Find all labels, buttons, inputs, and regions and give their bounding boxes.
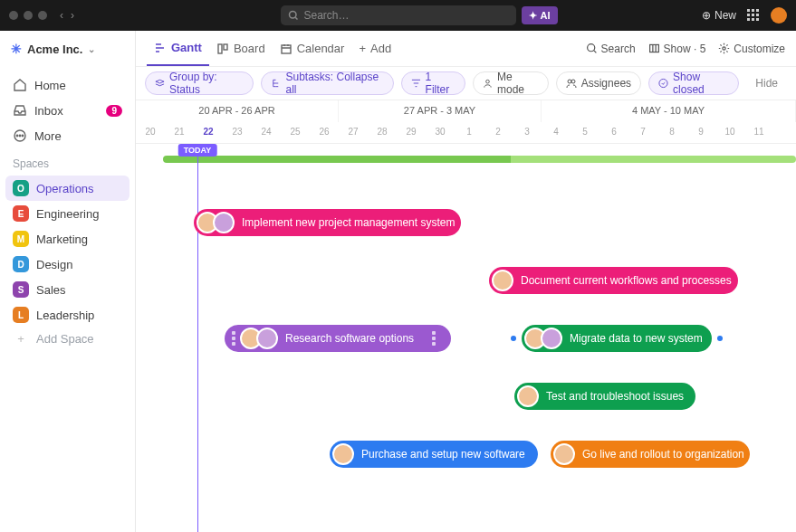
day-cell[interactable]: 20 <box>136 122 165 143</box>
assignee-avatars[interactable] <box>553 443 575 465</box>
space-label: Leadership <box>36 309 94 322</box>
sidebar-space-operations[interactable]: OOperations <box>5 176 129 201</box>
assignee-avatars[interactable] <box>332 443 354 465</box>
max-dot[interactable] <box>38 11 47 20</box>
day-cell[interactable]: 29 <box>397 122 426 143</box>
avatar[interactable] <box>332 443 354 465</box>
day-cell[interactable]: 27 <box>339 122 368 143</box>
gantt-task[interactable]: Migrate data to new system <box>522 325 712 352</box>
day-cell[interactable]: 24 <box>252 122 281 143</box>
nav-more[interactable]: More <box>5 123 129 148</box>
toolbar-customize[interactable]: Customize <box>718 43 785 55</box>
subtree-icon <box>271 78 281 89</box>
day-cell[interactable]: 10 <box>715 122 744 143</box>
day-cell[interactable]: 25 <box>281 122 310 143</box>
day-cell[interactable]: 4 <box>542 122 571 143</box>
avatar[interactable] <box>213 212 235 233</box>
day-cell[interactable]: 1 <box>455 122 484 143</box>
nav-home[interactable]: Home <box>5 72 129 98</box>
dependency-dot[interactable] <box>511 336 516 341</box>
plus-icon: + <box>359 42 366 55</box>
filter-showclosed[interactable]: Show closed <box>648 71 739 95</box>
assignee-avatars[interactable] <box>197 212 235 233</box>
new-button[interactable]: ⊕ New <box>702 9 736 22</box>
drag-handle-icon[interactable] <box>431 331 436 346</box>
sidebar-space-design[interactable]: DDesign <box>5 252 129 277</box>
gantt-task[interactable]: Research software options <box>225 325 451 352</box>
gantt-icon <box>154 42 167 54</box>
plus-icon: + <box>13 332 29 346</box>
gantt-chart[interactable]: TODAY Implement new project management s… <box>136 144 796 532</box>
gear-icon <box>718 43 730 54</box>
day-cell[interactable]: 28 <box>368 122 397 143</box>
drag-handle-icon[interactable] <box>231 331 236 346</box>
assignee-avatars[interactable] <box>517 385 539 407</box>
svg-rect-6 <box>224 44 227 50</box>
svg-point-14 <box>659 79 667 87</box>
avatar[interactable] <box>492 270 513 291</box>
toolbar-show[interactable]: Show · 5 <box>648 43 706 55</box>
gantt-task[interactable]: Purchase and setup new software <box>330 441 538 468</box>
space-icon: L <box>13 307 29 323</box>
sidebar-space-marketing[interactable]: MMarketing <box>5 226 129 252</box>
day-cell[interactable]: 6 <box>599 122 628 143</box>
global-search[interactable]: Search… <box>281 5 516 25</box>
day-cell[interactable]: 2 <box>484 122 513 143</box>
day-cell[interactable]: 21 <box>165 122 194 143</box>
day-cell[interactable]: 9 <box>686 122 715 143</box>
day-cell[interactable]: 11 <box>744 122 773 143</box>
day-cell[interactable]: 23 <box>223 122 252 143</box>
avatar[interactable] <box>553 443 575 465</box>
day-cell[interactable]: 22 <box>194 122 223 143</box>
sidebar: ✳ Acme Inc. ⌄ Home Inbox 9 More Spaces O… <box>0 31 136 532</box>
window-controls[interactable] <box>9 11 47 20</box>
workspace-switcher[interactable]: ✳ Acme Inc. ⌄ <box>5 38 129 60</box>
tab-calendar[interactable]: Calendar <box>273 31 352 66</box>
nav-inbox[interactable]: Inbox 9 <box>5 98 129 123</box>
day-cell[interactable]: 3 <box>513 122 542 143</box>
day-cell[interactable]: 8 <box>657 122 686 143</box>
gantt-task[interactable]: Go live and rollout to organization <box>551 441 750 468</box>
day-cell[interactable]: 7 <box>628 122 657 143</box>
tab-gantt[interactable]: Gantt <box>147 31 209 66</box>
filter-groupby[interactable]: Group by: Status <box>145 71 254 95</box>
day-cell[interactable]: 5 <box>571 122 599 143</box>
filters-row: Group by: Status Subtasks: Collapse all … <box>136 67 796 100</box>
dependency-dot[interactable] <box>717 336 723 341</box>
back-icon[interactable]: ‹ <box>60 9 63 22</box>
sidebar-space-engineering[interactable]: EEngineering <box>5 201 129 226</box>
apps-icon[interactable] <box>747 9 760 22</box>
gantt-task[interactable]: Document current workflows and processes <box>489 267 738 294</box>
assignee-avatars[interactable] <box>492 270 513 291</box>
tab-board[interactable]: Board <box>209 31 273 66</box>
close-dot[interactable] <box>9 11 18 20</box>
hide-filters-button[interactable]: Hide <box>746 73 787 93</box>
forward-icon[interactable]: › <box>71 9 74 22</box>
filter-memode[interactable]: Me mode <box>473 71 549 95</box>
add-space-label: Add Space <box>36 332 94 346</box>
assignee-avatars[interactable] <box>524 328 562 349</box>
gantt-task[interactable]: Implement new project management system <box>194 209 461 236</box>
assignee-avatars[interactable] <box>240 328 278 349</box>
add-space-button[interactable]: + Add Space <box>5 328 129 350</box>
sidebar-space-leadership[interactable]: LLeadership <box>5 302 129 328</box>
avatar[interactable] <box>517 385 539 407</box>
nav-inbox-label: Inbox <box>34 104 63 118</box>
day-cell[interactable]: 26 <box>310 122 339 143</box>
tab-add-label: Add <box>370 42 391 55</box>
sidebar-space-sales[interactable]: SSales <box>5 277 129 302</box>
gantt-task[interactable]: Test and troubleshoot issues <box>514 383 695 410</box>
avatar[interactable] <box>256 328 278 349</box>
filter-subtasks[interactable]: Subtasks: Collapse all <box>261 71 393 95</box>
min-dot[interactable] <box>24 11 33 20</box>
tab-add-view[interactable]: + Add <box>351 31 398 66</box>
toolbar-search[interactable]: Search <box>586 43 636 55</box>
avatar[interactable] <box>541 328 562 349</box>
task-label: Go live and rollout to organization <box>582 448 744 461</box>
filter-count[interactable]: 1 Filter <box>401 71 465 95</box>
day-cell[interactable]: 30 <box>426 122 455 143</box>
filter-assignees[interactable]: Assignees <box>556 71 641 95</box>
user-avatar[interactable] <box>771 7 787 24</box>
ai-button[interactable]: ✦ AI <box>522 6 558 24</box>
space-label: Operations <box>36 182 94 195</box>
